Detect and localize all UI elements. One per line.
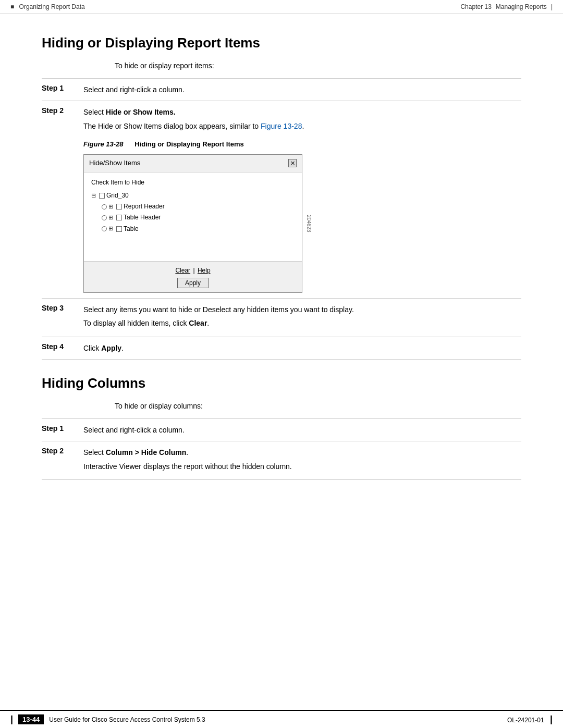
check-item-label: Check Item to Hide [91, 178, 295, 188]
s2-step1-content: Select and right-click a column. [83, 419, 521, 441]
step2-plain: Select [83, 108, 106, 116]
s2-step2-content: Select Column > Hide Column. Interactive… [83, 441, 521, 480]
chapter-title: Managing Reports [496, 3, 547, 10]
radio-table[interactable] [102, 226, 107, 231]
dialog-footer: Clear | Help Apply [84, 261, 302, 292]
s2-step1-label: Step 1 [42, 419, 83, 441]
dialog-spacer [91, 235, 295, 256]
header-right: Chapter 13 Managing Reports | [460, 3, 553, 10]
tree-label-report-header: Report Header [124, 202, 165, 212]
section1-title: Hiding or Displaying Report Items [42, 35, 521, 51]
figure-caption: Figure 13-28 Hiding or Displaying Report… [83, 139, 521, 150]
step2-subtext: The Hide or Show Items dialog box appear… [83, 120, 521, 132]
link-separator: | [193, 267, 196, 274]
s2-step1-row: Step 1 Select and right-click a column. [42, 419, 521, 441]
apply-button[interactable]: Apply [177, 278, 209, 288]
page-number: 13-44 [18, 714, 44, 724]
dialog-links: Clear | Help [175, 266, 210, 276]
breadcrumb-square: ■ [10, 3, 14, 10]
tree-item-grid30: ⊟ Grid_30 [91, 191, 295, 201]
close-icon: ✕ [290, 159, 295, 168]
header-separator: | [551, 3, 553, 10]
dialog-body: Check Item to Hide ⊟ Grid_30 ⊞ [84, 172, 302, 261]
step4-label: Step 4 [42, 337, 83, 359]
breadcrumb-left: ■ Organizing Report Data [10, 3, 85, 10]
step2-row: Step 2 Select Hide or Show Items. The Hi… [42, 101, 521, 299]
collapse-icon-report-header[interactable]: ⊞ [108, 202, 115, 212]
tree-label-table: Table [124, 224, 139, 234]
steps-table-section1: Step 1 Select and right-click a column. … [42, 78, 521, 360]
hide-show-dialog: Hide/Show Items ✕ Check Item to Hide ⊟ [83, 154, 302, 293]
section2-title: Hiding Columns [42, 375, 521, 391]
step2-text: Select Hide or Show Items. [83, 106, 521, 118]
collapse-icon-table-header[interactable]: ⊞ [108, 213, 115, 223]
tree-label-table-header: Table Header [124, 213, 161, 223]
step1-label: Step 1 [42, 79, 83, 101]
checkbox-report-header[interactable] [116, 204, 122, 209]
step2-label: Step 2 [42, 101, 83, 299]
tree-item-table-header: ⊞ Table Header [102, 213, 295, 223]
s2-step2-label: Step 2 [42, 441, 83, 480]
tree-label-grid30: Grid_30 [106, 191, 129, 201]
step4-content: Click Apply. [83, 337, 521, 359]
help-link[interactable]: Help [198, 267, 211, 274]
checkbox-table-header[interactable] [116, 215, 122, 220]
step1-text: Select and right-click a column. [83, 85, 185, 94]
step3-label: Step 3 [42, 298, 83, 337]
collapse-icon-table[interactable]: ⊞ [108, 224, 115, 233]
radio-table-header[interactable] [102, 215, 107, 220]
top-header: ■ Organizing Report Data Chapter 13 Mana… [0, 0, 563, 14]
step2-bold: Hide or Show Items. [106, 108, 176, 116]
clear-link[interactable]: Clear [175, 267, 190, 274]
footer-guide-text: User Guide for Cisco Secure Access Contr… [49, 716, 205, 723]
footer-right: OL-24201-01 | [507, 714, 553, 725]
dialog-title: Hide/Show Items [89, 158, 140, 169]
tree-item-table: ⊞ Table [102, 224, 295, 234]
chapter-label: Chapter 13 [460, 3, 491, 10]
s2-step2-text: Select Column > Hide Column. [83, 447, 521, 458]
step3-row: Step 3 Select any items you want to hide… [42, 298, 521, 337]
step4-row: Step 4 Click Apply. [42, 337, 521, 359]
footer-right-pipe: | [550, 714, 553, 724]
checkbox-table[interactable] [116, 226, 122, 232]
s2-step2-subtext: Interactive Viewer displays the report w… [83, 461, 521, 472]
main-content: Hiding or Displaying Report Items To hid… [0, 14, 563, 511]
dialog-titlebar: Hide/Show Items ✕ [84, 155, 302, 172]
steps-table-section2: Step 1 Select and right-click a column. … [42, 418, 521, 480]
section1-intro: To hide or display report items: [115, 61, 521, 70]
footer-doc-number: OL-24201-01 [507, 717, 544, 724]
figure-link[interactable]: Figure 13-28 [261, 122, 302, 130]
step2-content: Select Hide or Show Items. The Hide or S… [83, 101, 521, 299]
collapse-icon-grid30[interactable]: ⊟ [91, 191, 97, 201]
step1-row: Step 1 Select and right-click a column. [42, 79, 521, 101]
tree-item-report-header: ⊞ Report Header [102, 202, 295, 212]
s2-step2-row: Step 2 Select Column > Hide Column. Inte… [42, 441, 521, 480]
breadcrumb-text: Organizing Report Data [19, 3, 85, 10]
dialog-close-button[interactable]: ✕ [288, 159, 297, 167]
figure-number: 204623 [304, 215, 312, 232]
step3-content: Select any items you want to hide or Des… [83, 298, 521, 337]
step1-content: Select and right-click a column. [83, 79, 521, 101]
footer-left: | 13-44 User Guide for Cisco Secure Acce… [10, 714, 205, 725]
figure-wrapper: Hide/Show Items ✕ Check Item to Hide ⊟ [83, 154, 302, 293]
step3-text: Select any items you want to hide or Des… [83, 304, 521, 315]
step3-subtext: To display all hidden items, click Clear… [83, 317, 521, 329]
s2-step1-text: Select and right-click a column. [83, 426, 185, 434]
section2-intro: To hide or display columns: [115, 402, 521, 410]
checkbox-grid30[interactable] [99, 193, 105, 199]
radio-report-header[interactable] [102, 204, 107, 209]
footer-pipe: | [10, 714, 13, 725]
page-footer: | 13-44 User Guide for Cisco Secure Acce… [0, 710, 563, 728]
